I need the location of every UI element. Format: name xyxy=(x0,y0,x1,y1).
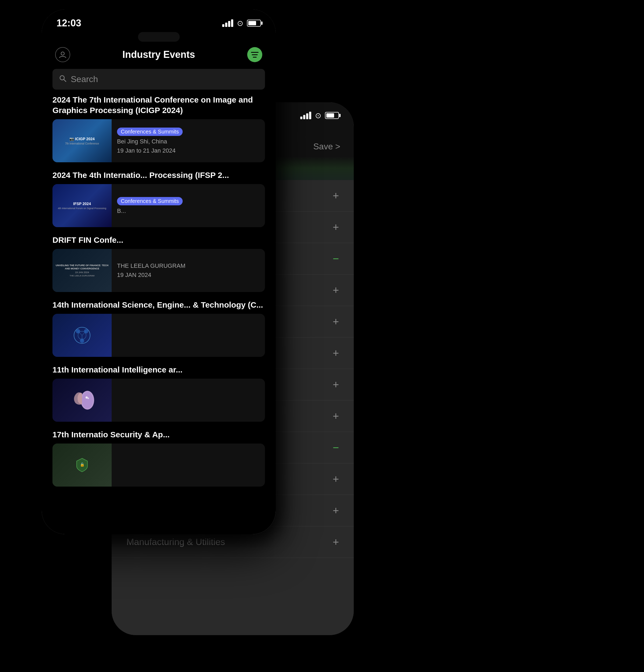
event-badge-icigp: Conferences & Summits xyxy=(117,128,183,136)
svg-point-14 xyxy=(87,397,89,399)
add-icon-agriculture: + xyxy=(333,190,339,201)
event-title-security: 17th Internatio Security & Ap... xyxy=(52,429,265,440)
event-location-icigp: Bei Jing Shi, China xyxy=(117,138,259,145)
event-title-ai: 11th International Intelligence ar... xyxy=(52,364,265,375)
event-item-icigp[interactable]: 2024 The 7th International Conference on… xyxy=(52,95,265,162)
search-input[interactable]: Search xyxy=(71,74,258,84)
add-icon-consumer: + xyxy=(333,316,339,327)
add-icon-corporate: + xyxy=(333,348,339,359)
event-title-drift: DRIFT FIN Confe... xyxy=(52,235,265,245)
event-item-security[interactable]: 17th Internatio Security & Ap... 🔒 xyxy=(52,429,265,487)
header-front: Industry Events xyxy=(42,44,276,66)
svg-line-2 xyxy=(64,80,66,82)
event-item-ai[interactable]: 11th International Intelligence ar... xyxy=(52,364,265,422)
add-icon-design: + xyxy=(333,379,339,390)
add-icon-manufacturing: + xyxy=(333,537,339,548)
add-icon-building: + xyxy=(333,285,339,296)
event-thumb-ai xyxy=(52,379,112,422)
event-location-ifsp: B... xyxy=(117,207,259,215)
event-badge-ifsp: Conferences & Summits xyxy=(117,197,183,205)
signal-icon-back xyxy=(300,112,311,119)
status-icons-front: ⊙ xyxy=(222,19,261,28)
event-thumb-ifsp: IFSP 2024 4th International Forum on Sig… xyxy=(52,184,112,227)
add-icon-logistics: + xyxy=(333,505,339,516)
filter-icon xyxy=(251,52,258,58)
battery-icon-front xyxy=(247,20,261,27)
event-title-icigp: 2024 The 7th International Conference on… xyxy=(52,95,265,116)
add-icon-education: + xyxy=(333,411,339,421)
event-title-cyber: 14th International Science, Engine... & … xyxy=(52,300,265,310)
event-title-ifsp: 2024 The 4th Internatio... Processing (I… xyxy=(52,170,265,180)
event-date-icigp: 19 Jan to 21 Jan 2024 xyxy=(117,147,259,154)
add-icon-legal: + xyxy=(333,473,339,484)
event-location-drift: THE LEELA GURUGRAM xyxy=(117,262,259,269)
event-item-ifsp[interactable]: 2024 The 4th Internatio... Processing (I… xyxy=(52,170,265,227)
save-button[interactable]: Save > xyxy=(313,142,340,152)
battery-icon-back xyxy=(325,112,339,119)
add-icon-arts: + xyxy=(333,222,339,232)
filter-button[interactable] xyxy=(247,47,262,62)
event-date-drift: 19 JAN 2024 xyxy=(117,272,259,278)
remove-icon-health: − xyxy=(333,442,339,453)
status-icons-back: ⊙ xyxy=(300,111,339,120)
profile-icon[interactable] xyxy=(55,47,70,62)
remove-icon-banking: − xyxy=(333,253,339,264)
search-bar[interactable]: Search xyxy=(52,69,265,89)
event-thumb-security: 🔒 xyxy=(52,444,112,487)
front-phone: 12:03 ⊙ xyxy=(42,9,276,534)
event-item-cyber[interactable]: 14th International Science, Engine... & … xyxy=(52,300,265,357)
status-bar-front: 12:03 ⊙ xyxy=(42,9,276,32)
event-item-drift[interactable]: DRIFT FIN Confe... UNVEILING THE FUTURE … xyxy=(52,235,265,292)
svg-point-12 xyxy=(82,392,93,408)
status-time-front: 12:03 xyxy=(57,17,81,29)
event-thumb-drift: UNVEILING THE FUTURE OF FINANCE: TECH AN… xyxy=(52,249,112,292)
event-list: 2024 The 7th International Conference on… xyxy=(42,95,276,494)
wifi-icon-front: ⊙ xyxy=(237,19,243,28)
dynamic-island-front xyxy=(138,32,180,42)
wifi-icon-back: ⊙ xyxy=(315,111,321,120)
page-title-front: Industry Events xyxy=(122,49,195,60)
svg-point-0 xyxy=(61,52,64,55)
event-thumb-icigp: 📷 ICIGP 2024 7th International Conferenc… xyxy=(52,119,112,162)
svg-text:🔒: 🔒 xyxy=(80,463,85,467)
search-icon xyxy=(59,74,66,84)
event-thumb-cyber xyxy=(52,314,112,357)
svg-point-13 xyxy=(86,396,88,398)
signal-icon-front xyxy=(222,20,233,27)
